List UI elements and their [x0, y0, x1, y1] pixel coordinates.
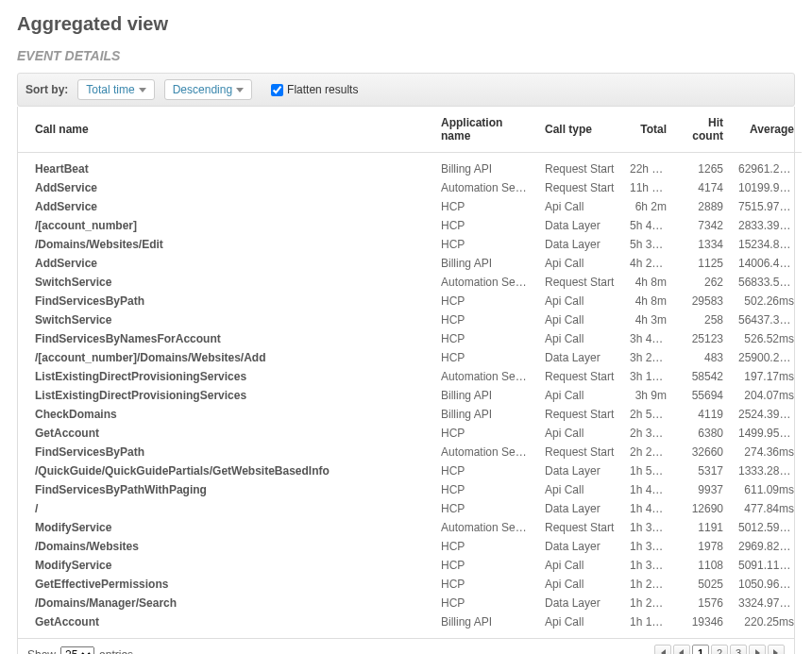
table-row[interactable]: FindServicesByPathWithPagingHCPApi Call1…	[18, 480, 802, 499]
table-row[interactable]: FindServicesByPathHCPApi Call4h 8m295835…	[18, 292, 802, 310]
cell-application-name: HCP	[433, 310, 537, 329]
cell-total: 5h 39m	[622, 235, 674, 254]
cell-average: 62961.23ms	[731, 153, 802, 179]
cell-total: 1h 58m	[622, 461, 674, 480]
table-row[interactable]: ListExistingDirectProvisioningServicesBi…	[18, 386, 802, 405]
table-row[interactable]: HeartBeatBilling APIRequest Start22h 7m1…	[18, 153, 802, 179]
cell-call-name: AddService	[18, 197, 433, 216]
cell-call-name: /Domains/Websites	[18, 537, 433, 556]
cell-call-type: Request Start	[537, 153, 622, 179]
table-row[interactable]: /[account_number]HCPData Layer5h 47m7342…	[18, 216, 802, 235]
col-call-name[interactable]: Call name	[18, 107, 433, 153]
cell-hit-count: 262	[674, 273, 731, 292]
table-row[interactable]: /HCPData Layer1h 41m12690477.84ms	[18, 499, 802, 518]
col-call-type[interactable]: Call type	[537, 107, 622, 153]
cell-application-name: HCP	[433, 235, 537, 254]
table-row[interactable]: ListExistingDirectProvisioningServicesAu…	[18, 367, 802, 386]
table-row[interactable]: /Domains/Websites/EditHCPData Layer5h 39…	[18, 235, 802, 254]
cell-application-name: HCP	[433, 575, 537, 594]
cell-application-name: HCP	[433, 594, 537, 612]
col-hit-count[interactable]: Hit count	[674, 107, 731, 153]
cell-call-type: Data Layer	[537, 594, 622, 612]
cell-hit-count: 32660	[674, 443, 731, 461]
col-application-name[interactable]: Application name	[433, 107, 537, 153]
cell-average: 611.09ms	[731, 480, 802, 499]
cell-total: 2h 39m	[622, 424, 674, 443]
col-average[interactable]: Average	[731, 107, 802, 153]
page-3-button[interactable]: 3	[730, 645, 747, 654]
cell-average: 2833.39ms	[731, 216, 802, 235]
cell-hit-count: 7342	[674, 216, 731, 235]
cell-average: 502.26ms	[731, 292, 802, 310]
cell-total: 3h 9m	[622, 386, 674, 405]
first-page-button[interactable]	[654, 645, 671, 654]
cell-call-type: Request Start	[537, 443, 622, 461]
flatten-results-toggle[interactable]: Flatten results	[271, 83, 358, 96]
table-row[interactable]: CheckDomainsBilling APIRequest Start2h 5…	[18, 405, 802, 424]
table-row[interactable]: SwitchServiceHCPApi Call4h 3m25856437.34…	[18, 310, 802, 329]
cell-total: 22h 7m	[622, 153, 674, 179]
col-total[interactable]: Total	[622, 107, 674, 153]
cell-call-type: Api Call	[537, 480, 622, 499]
page-size-select[interactable]: 25	[60, 646, 94, 654]
table-footer: Show 25 entries 123 Showing 1 to 25 of 7…	[17, 639, 795, 654]
cell-hit-count: 4119	[674, 405, 731, 424]
cell-call-type: Request Start	[537, 367, 622, 386]
table-row[interactable]: /Domains/WebsitesHCPData Layer1h 38m1978…	[18, 537, 802, 556]
table-row[interactable]: FindServicesByNamesForAccountHCPApi Call…	[18, 329, 802, 348]
show-label-post: entries	[99, 648, 133, 654]
table-row[interactable]: GetAccountBilling APIApi Call1h 11m19346…	[18, 612, 802, 638]
page-2-button[interactable]: 2	[711, 645, 728, 654]
table-row[interactable]: AddServiceAutomation ServerRequest Start…	[18, 178, 802, 197]
chevron-down-icon	[139, 88, 146, 92]
page-subtitle: EVENT DETAILS	[17, 48, 795, 63]
cell-application-name: Billing API	[433, 254, 537, 273]
table-row[interactable]: GetEffectivePermissionsHCPApi Call1h 28m…	[18, 575, 802, 594]
last-page-button[interactable]	[768, 645, 785, 654]
cell-call-type: Data Layer	[537, 537, 622, 556]
sort-direction-dropdown[interactable]: Descending	[164, 79, 252, 100]
cell-call-type: Data Layer	[537, 348, 622, 367]
cell-call-type: Data Layer	[537, 235, 622, 254]
cell-hit-count: 25123	[674, 329, 731, 348]
cell-call-name: FindServicesByPath	[18, 443, 433, 461]
table-row[interactable]: ModifyServiceHCPApi Call1h 34m11085091.1…	[18, 556, 802, 575]
cell-application-name: Billing API	[433, 405, 537, 424]
cell-average: 5012.59ms	[731, 518, 802, 537]
cell-total: 1h 11m	[622, 612, 674, 638]
table-row[interactable]: AddServiceHCPApi Call6h 2m28897515.97ms	[18, 197, 802, 216]
table-row[interactable]: /Domains/Manager/SearchHCPData Layer1h 2…	[18, 594, 802, 612]
cell-hit-count: 483	[674, 348, 731, 367]
table-row[interactable]: /[account_number]/Domains/Websites/AddHC…	[18, 348, 802, 367]
cell-application-name: Billing API	[433, 612, 537, 638]
cell-average: 274.36ms	[731, 443, 802, 461]
cell-average: 14006.44ms	[731, 254, 802, 273]
cell-call-type: Api Call	[537, 612, 622, 638]
cell-total: 1h 27m	[622, 594, 674, 612]
cell-average: 7515.97ms	[731, 197, 802, 216]
cell-application-name: HCP	[433, 556, 537, 575]
table-row[interactable]: ModifyServiceAutomation ServerRequest St…	[18, 518, 802, 537]
cell-call-type: Data Layer	[537, 499, 622, 518]
page-1-button[interactable]: 1	[692, 645, 709, 654]
cell-average: 56437.34ms	[731, 310, 802, 329]
cell-average: 477.84ms	[731, 499, 802, 518]
cell-call-type: Api Call	[537, 310, 622, 329]
table-row[interactable]: AddServiceBilling APIApi Call4h 23m11251…	[18, 254, 802, 273]
cell-total: 1h 34m	[622, 556, 674, 575]
cell-application-name: Automation Server	[433, 367, 537, 386]
next-page-button[interactable]	[749, 645, 766, 654]
flatten-checkbox[interactable]	[271, 84, 283, 96]
sort-field-dropdown[interactable]: Total time	[77, 79, 154, 100]
cell-hit-count: 58542	[674, 367, 731, 386]
table-row[interactable]: FindServicesByPathAutomation ServerReque…	[18, 443, 802, 461]
prev-page-button[interactable]	[673, 645, 690, 654]
cell-average: 2524.39ms	[731, 405, 802, 424]
sort-field-value: Total time	[86, 83, 134, 96]
table-row[interactable]: /QuickGuide/QuickGuidePartials/GetWebsit…	[18, 461, 802, 480]
cell-hit-count: 6380	[674, 424, 731, 443]
table-row[interactable]: SwitchServiceAutomation ServerRequest St…	[18, 273, 802, 292]
cell-hit-count: 1334	[674, 235, 731, 254]
table-row[interactable]: GetAccountHCPApi Call2h 39m63801499.95ms	[18, 424, 802, 443]
sort-by-label: Sort by:	[25, 83, 68, 96]
